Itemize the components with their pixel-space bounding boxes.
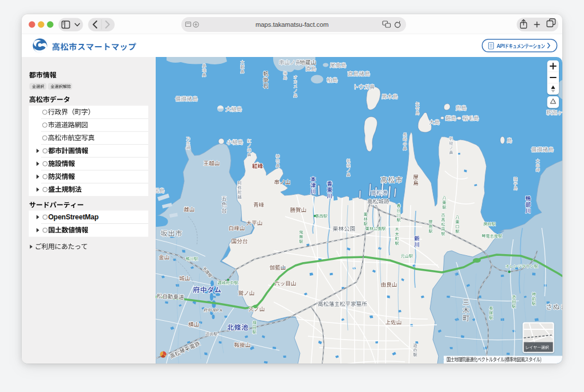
svg-text:OpenStreetMap: OpenStreetMap [48, 213, 99, 221]
svg-text:maps.takamatsu-fact.com: maps.takamatsu-fact.com [256, 21, 328, 28]
